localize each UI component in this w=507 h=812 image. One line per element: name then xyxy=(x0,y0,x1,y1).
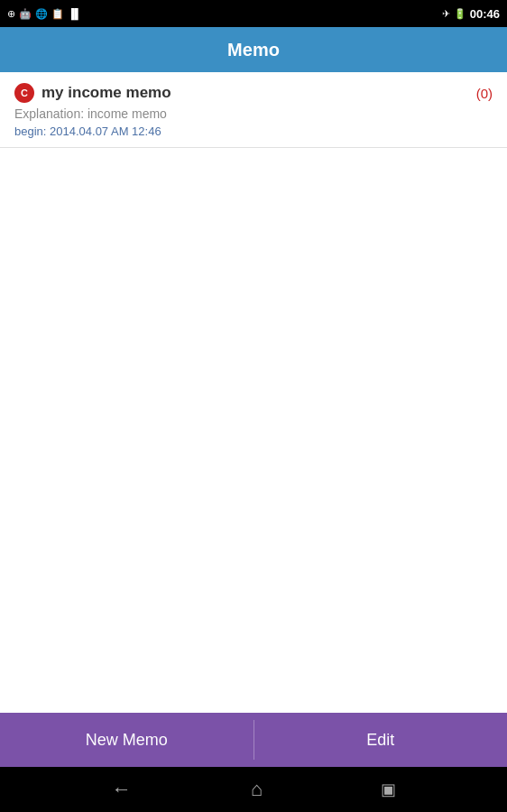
status-time: 00:46 xyxy=(470,7,500,21)
status-bar: ⊕ 🤖 🌐 📋 ▐▌ ✈ 🔋 00:46 xyxy=(0,0,507,27)
content-area: C my income memo (0) Explanation: income… xyxy=(0,72,507,740)
barcode-icon: ▐▌ xyxy=(68,8,82,19)
location-icon: ⊕ xyxy=(7,8,15,20)
globe-icon: 🌐 xyxy=(35,8,48,20)
memo-icon-letter: C xyxy=(21,88,28,98)
status-bar-right: ✈ 🔋 00:46 xyxy=(442,7,500,21)
nav-back-button[interactable] xyxy=(111,781,133,798)
memo-explanation: Explanation: income memo xyxy=(14,106,493,121)
airplane-icon: ✈ xyxy=(442,8,450,20)
nav-home-button[interactable] xyxy=(245,780,267,798)
app-bar: Memo xyxy=(0,27,507,72)
bottom-bar: New Memo Edit xyxy=(0,713,507,767)
new-memo-button[interactable]: New Memo xyxy=(0,713,254,767)
status-bar-left: ⊕ 🤖 🌐 📋 ▐▌ xyxy=(7,8,82,20)
memo-title-row: C my income memo (0) xyxy=(14,83,493,103)
nav-bar xyxy=(0,767,507,812)
memo-type-icon: C xyxy=(14,83,34,103)
memo-title: my income memo xyxy=(41,84,171,102)
nav-recents-button[interactable] xyxy=(381,780,396,799)
app-bar-title: Memo xyxy=(227,40,280,60)
clipboard-icon: 📋 xyxy=(51,8,64,20)
memo-list-item[interactable]: C my income memo (0) Explanation: income… xyxy=(0,72,507,148)
battery-icon: 🔋 xyxy=(454,8,466,20)
memo-title-left: C my income memo xyxy=(14,83,171,103)
memo-count: (0) xyxy=(476,86,493,101)
edit-button[interactable]: Edit xyxy=(254,713,508,767)
android-icon: 🤖 xyxy=(19,8,32,20)
memo-date: begin: 2014.04.07 AM 12:46 xyxy=(14,125,493,138)
